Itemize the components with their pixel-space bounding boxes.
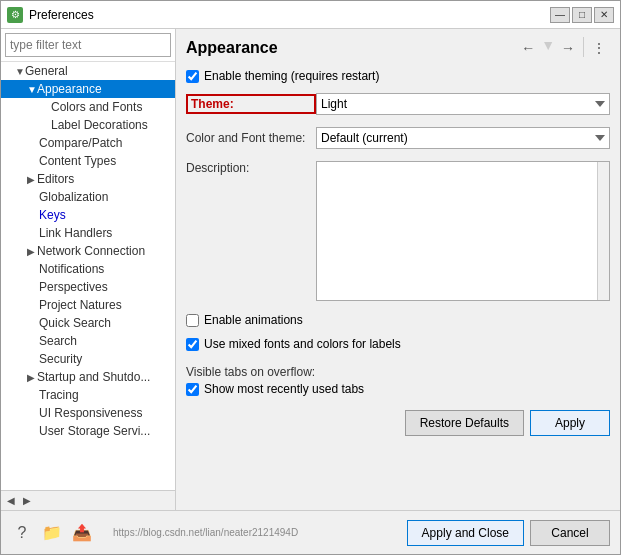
- close-button[interactable]: ✕: [594, 7, 614, 23]
- enable-animations-label: Enable animations: [204, 313, 303, 327]
- tree-item-editors[interactable]: ▶ Editors: [1, 170, 175, 188]
- panel-title: Appearance: [186, 39, 278, 57]
- tree-label-keys: Keys: [39, 208, 66, 222]
- right-panel: Appearance ← ▼ → ⋮ Enable theming (requi…: [176, 29, 620, 510]
- tree-label-search: Search: [39, 334, 77, 348]
- tree-item-link-handlers[interactable]: Link Handlers: [1, 224, 175, 242]
- color-font-dropdown[interactable]: Default (current)ClassicHigh Contrast Da…: [316, 127, 610, 149]
- enable-animations-row: Enable animations: [186, 313, 610, 327]
- theme-label: Theme:: [186, 94, 316, 114]
- tree-arrow-startup-shutdown: ▶: [27, 372, 37, 383]
- back-button[interactable]: ←: [517, 37, 539, 59]
- right-header: Appearance ← ▼ → ⋮: [186, 37, 610, 59]
- scroll-left-button[interactable]: ◀: [3, 493, 19, 509]
- tree-label-user-storage: User Storage Servi...: [39, 424, 150, 438]
- search-box: [1, 29, 175, 62]
- enable-theming-checkbox[interactable]: [186, 70, 199, 83]
- show-recent-tabs-checkbox[interactable]: [186, 383, 199, 396]
- tree-label-ui-responsiveness: UI Responsiveness: [39, 406, 142, 420]
- tree-item-ui-responsiveness[interactable]: UI Responsiveness: [1, 404, 175, 422]
- window-title: Preferences: [29, 8, 550, 22]
- mixed-fonts-row: Use mixed fonts and colors for labels: [186, 337, 610, 351]
- tree-label-label-decorations: Label Decorations: [51, 118, 148, 132]
- tree-item-startup-shutdown[interactable]: ▶ Startup and Shutdo...: [1, 368, 175, 386]
- right-toolbar: ← ▼ → ⋮: [517, 37, 610, 59]
- restore-defaults-button[interactable]: Restore Defaults: [405, 410, 524, 436]
- description-box: [316, 161, 610, 301]
- tree-item-user-storage[interactable]: User Storage Servi...: [1, 422, 175, 440]
- tree-label-quick-search: Quick Search: [39, 316, 111, 330]
- title-bar: ⚙ Preferences — □ ✕: [1, 1, 620, 29]
- help-icon[interactable]: ?: [11, 522, 33, 544]
- visible-tabs-section: Visible tabs on overflow: Show most rece…: [186, 361, 610, 400]
- enable-animations-checkbox[interactable]: [186, 314, 199, 327]
- tree-item-keys[interactable]: Keys: [1, 206, 175, 224]
- window-bottom-bar: ? 📁 📤 https://blog.csdn.net/lian/neater2…: [1, 510, 620, 554]
- tree-item-perspectives[interactable]: Perspectives: [1, 278, 175, 296]
- color-font-label: Color and Font theme:: [186, 131, 316, 145]
- menu-button[interactable]: ⋮: [588, 37, 610, 59]
- tree-item-security[interactable]: Security: [1, 350, 175, 368]
- tree-label-security: Security: [39, 352, 82, 366]
- tree-item-content-types[interactable]: Content Types: [1, 152, 175, 170]
- tree-label-project-natures: Project Natures: [39, 298, 122, 312]
- window-icon: ⚙: [7, 7, 23, 23]
- tree-item-compare-patch[interactable]: Compare/Patch: [1, 134, 175, 152]
- tree-item-colors-fonts[interactable]: Colors and Fonts: [1, 98, 175, 116]
- apply-button[interactable]: Apply: [530, 410, 610, 436]
- visible-tabs-label: Visible tabs on overflow:: [186, 365, 610, 379]
- preferences-window: ⚙ Preferences — □ ✕ ▼ General▼ Appearanc…: [0, 0, 621, 555]
- minimize-button[interactable]: —: [550, 7, 570, 23]
- theme-control: LightDarkHigh ContrastClassic: [316, 93, 610, 115]
- tree-label-tracing: Tracing: [39, 388, 79, 402]
- url-text: https://blog.csdn.net/lian/neater2121494…: [113, 527, 298, 538]
- apply-close-button[interactable]: Apply and Close: [407, 520, 524, 546]
- mixed-fonts-checkbox[interactable]: [186, 338, 199, 351]
- filter-input[interactable]: [5, 33, 171, 57]
- export-icon[interactable]: 📤: [71, 522, 93, 544]
- tree-item-quick-search[interactable]: Quick Search: [1, 314, 175, 332]
- tree-item-label-decorations[interactable]: Label Decorations: [1, 116, 175, 134]
- tree-arrow-editors: ▶: [27, 174, 37, 185]
- tree-item-project-natures[interactable]: Project Natures: [1, 296, 175, 314]
- theme-row: Theme: LightDarkHigh ContrastClassic: [186, 93, 610, 115]
- tree-item-appearance[interactable]: ▼ Appearance: [1, 80, 175, 98]
- enable-theming-label: Enable theming (requires restart): [204, 69, 379, 83]
- tree-label-link-handlers: Link Handlers: [39, 226, 112, 240]
- tree-label-globalization: Globalization: [39, 190, 108, 204]
- tree-item-network-connection[interactable]: ▶ Network Connection: [1, 242, 175, 260]
- scroll-right-button[interactable]: ▶: [19, 493, 35, 509]
- tree-label-startup-shutdown: Startup and Shutdo...: [37, 370, 150, 384]
- description-label: Description:: [186, 161, 316, 175]
- tree-area: ▼ General▼ AppearanceColors and FontsLab…: [1, 62, 175, 490]
- tree-label-perspectives: Perspectives: [39, 280, 108, 294]
- tree-item-notifications[interactable]: Notifications: [1, 260, 175, 278]
- tree-label-notifications: Notifications: [39, 262, 104, 276]
- color-font-control: Default (current)ClassicHigh Contrast Da…: [316, 127, 610, 149]
- enable-theming-row: Enable theming (requires restart): [186, 69, 610, 83]
- tree-item-general[interactable]: ▼ General: [1, 62, 175, 80]
- description-scrollbar[interactable]: [597, 162, 609, 300]
- forward-button[interactable]: →: [557, 37, 579, 59]
- action-buttons-row: Restore Defaults Apply: [186, 410, 610, 436]
- tree-label-content-types: Content Types: [39, 154, 116, 168]
- bottom-right-buttons: Apply and Close Cancel: [407, 520, 610, 546]
- color-font-row: Color and Font theme: Default (current)C…: [186, 127, 610, 149]
- tree-item-search[interactable]: Search: [1, 332, 175, 350]
- theme-dropdown[interactable]: LightDarkHigh ContrastClassic: [316, 93, 610, 115]
- mixed-fonts-label: Use mixed fonts and colors for labels: [204, 337, 401, 351]
- tree-label-colors-fonts: Colors and Fonts: [51, 100, 142, 114]
- tree-label-network-connection: Network Connection: [37, 244, 145, 258]
- description-row: Description:: [186, 161, 610, 301]
- tree-item-tracing[interactable]: Tracing: [1, 386, 175, 404]
- show-recent-tabs-row: Show most recently used tabs: [186, 382, 610, 396]
- folder-icon[interactable]: 📁: [41, 522, 63, 544]
- tree-arrow-network-connection: ▶: [27, 246, 37, 257]
- tree-item-globalization[interactable]: Globalization: [1, 188, 175, 206]
- maximize-button[interactable]: □: [572, 7, 592, 23]
- tree-arrow-appearance: ▼: [27, 84, 37, 95]
- tree-label-compare-patch: Compare/Patch: [39, 136, 122, 150]
- left-bottom-bar: ◀ ▶: [1, 490, 175, 510]
- cancel-button[interactable]: Cancel: [530, 520, 610, 546]
- tree-label-editors: Editors: [37, 172, 74, 186]
